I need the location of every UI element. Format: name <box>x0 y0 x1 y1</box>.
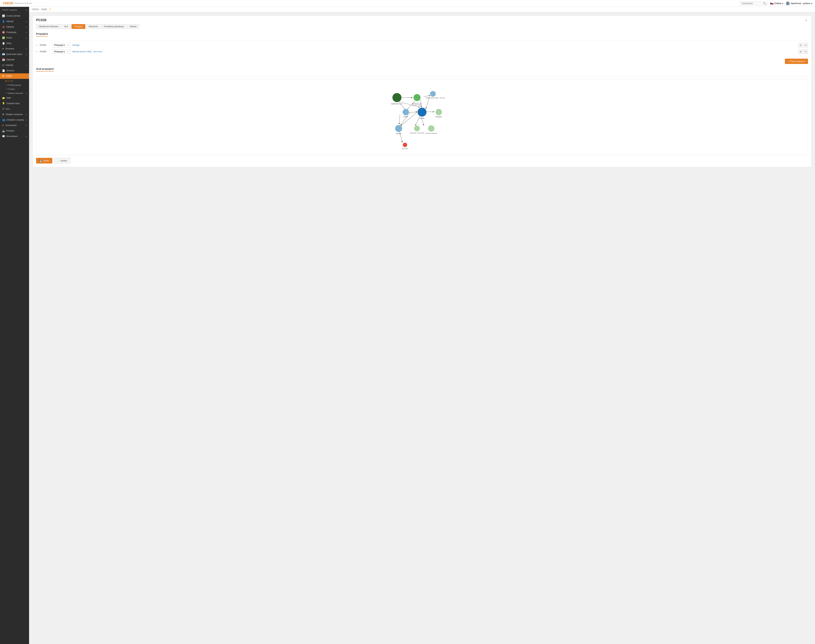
edit-button-1[interactable]: ≡ <box>804 43 808 48</box>
sidebar-item-label: Počítače <box>6 130 14 132</box>
breadcrumb-ci[interactable]: CI <box>49 8 51 11</box>
add-propojeni-button[interactable]: + Přidat přepojení <box>785 59 808 64</box>
section-graf-title: Graf propojení <box>36 67 54 72</box>
node-label-storage: Storage <box>396 133 401 134</box>
row-arrow: » <box>36 51 38 53</box>
logo-sub: Organized work makes profit <box>14 3 32 4</box>
db-icon: 🗄 <box>2 75 5 77</box>
language-selector[interactable]: 🇨🇿 Čeština ▾ <box>770 2 783 5</box>
user-info[interactable]: 👤 Spoločnosť - správce ▾ <box>786 2 812 6</box>
node-label-minolta: Minolta bizhub c3581 - all-in-one <box>426 97 445 99</box>
sidebar-item-label: CMDB <box>6 75 12 77</box>
node-recepcia[interactable] <box>435 109 442 115</box>
sidebar-item-kalendar[interactable]: 📅 Kalendář <box>0 57 29 63</box>
back-button[interactable]: ← Zpátky <box>54 158 71 164</box>
row-link-2[interactable]: Minolta bizhub c3581 - all-in-one <box>72 51 797 53</box>
node-storage[interactable] <box>395 125 402 132</box>
tab-pravidelne[interactable]: Pravidelné požadavky <box>101 24 126 29</box>
sidebar-item-znalostni[interactable]: 💡 Znalostní báze <box>0 101 29 106</box>
node-sla247[interactable] <box>403 143 408 147</box>
sidebar-item-pocitace[interactable]: 💻 Počítače <box>0 128 29 133</box>
delete-button-1[interactable]: ✕ <box>798 43 803 48</box>
sidebar-item-smlouvy[interactable]: 📄 Smlouvy <box>0 68 29 74</box>
sidebar-item-ukoly[interactable]: 📋 Úkoly <box>0 40 29 46</box>
relation-select-2[interactable]: Přistupuje k Je súčasťou Závisí na <box>52 49 70 54</box>
sidebar-item-label: Zakázky <box>6 26 14 28</box>
page-card-body: Propojení » PC035 Přistupuje k Je súčasť… <box>33 29 811 167</box>
language-label: Čeština <box>774 2 781 5</box>
sidebar-toggle[interactable]: « <box>26 9 27 11</box>
node-label-spoloc2: Spoločnosť, s.r.o. <box>412 103 422 104</box>
content-area: CDESK CMDB CI PC035 ✕ Všeobecné informac… <box>29 7 815 644</box>
edit-button-2[interactable]: ≡ <box>804 49 808 54</box>
sidebar-item-dovolene[interactable]: ✈ Dovolené ▸ <box>0 46 29 52</box>
sidebar-item-label: Kalendář <box>6 58 15 61</box>
sidebar-sub-item-volitelne[interactable]: Volitelné vlastnosti ▸ <box>0 91 29 95</box>
node-spoloc2[interactable] <box>413 94 421 101</box>
sidebar-item-nabidky[interactable]: 🏷 Nabídky ▸ <box>0 63 29 68</box>
row-actions-1: ✕ ≡ <box>798 43 808 48</box>
page-card: PC035 ✕ Všeobecné informace SLA Propojen… <box>32 15 812 167</box>
svg-line-4 <box>424 95 430 97</box>
tab-propojeni[interactable]: Propojení <box>72 24 85 29</box>
node-technicka[interactable] <box>428 125 435 132</box>
page-card-header: PC035 ✕ Všeobecné informace SLA Propojen… <box>33 16 811 29</box>
sidebar-item-dms[interactable]: 📁 DMS <box>0 95 29 101</box>
node-pc035[interactable] <box>417 107 427 117</box>
sidebar-sub-item-ci-maing[interactable]: CI Maing groups <box>0 83 29 87</box>
breadcrumb-cmdb[interactable]: CMDB <box>41 8 47 11</box>
top-bar-right: 🔍 🇨🇿 Čeština ▾ 👤 Spoločnosť - správce ▾ <box>740 2 812 6</box>
sidebar-item-zpracovani[interactable]: 📧 Zpracování zpráv ▸ <box>0 52 29 57</box>
sidebar-item-label: SLA <box>6 108 10 110</box>
tab-sla[interactable]: SLA <box>62 24 71 29</box>
search-input[interactable] <box>741 2 762 5</box>
tab-historie[interactable]: Historie <box>127 24 139 29</box>
save-button[interactable]: 💾 Uložit <box>36 158 52 164</box>
sidebar-item-schvalovani[interactable]: ✔ Schvalování ▸ <box>0 123 29 128</box>
node-kancelarie[interactable] <box>414 126 420 132</box>
relation-select-1[interactable]: Přistupuje k Je súčasťou Závisí na <box>52 43 70 48</box>
sidebar-item-uzivatele[interactable]: 👥 Uživatelé a skupiny ▸ <box>0 117 29 123</box>
sidebar-item-sla[interactable]: ⏱ SLA <box>0 106 29 112</box>
sidebar-item-pozadavky[interactable]: 🎯 Požadavky ▸ <box>0 29 29 35</box>
sidebar-item-label: Schvalování <box>6 124 17 127</box>
sidebar-item-adresar[interactable]: 👤 Adresář ▸ <box>0 18 29 24</box>
sidebar-sub-item-ci-types[interactable]: CI Types <box>0 87 29 91</box>
sidebar-item-zakazky[interactable]: 💼 Zakázky ▸ <box>0 24 29 29</box>
sidebar-sub-item-ci-list[interactable]: CI List <box>0 79 29 83</box>
graf-section: Graf propojení <box>36 67 808 155</box>
delete-button-2[interactable]: ✕ <box>798 49 803 54</box>
sidebar-item-komunikace[interactable]: 💬 Komunikace ▸ <box>0 133 29 139</box>
chevron-right-icon: ▸ <box>26 48 27 50</box>
sidebar-item-globalni[interactable]: ⚙ Globální nastavení ▸ <box>0 112 29 117</box>
briefcase-icon: 💼 <box>2 26 5 28</box>
propojeni-row-2: » PC035 Přistupuje k Je súčasťou Závisí … <box>36 49 808 54</box>
sidebar-item-plneni[interactable]: ✅ Plnění ▸ <box>0 35 29 40</box>
app-body: CDESK navigácia « 📊 Úvodní přehled 👤 Adr… <box>0 7 815 644</box>
propojeni-row-1: » PC035 Přistupuje k Je súčasťou Závisí … <box>36 43 808 48</box>
relation-dropdown-2[interactable]: Přistupuje k Je súčasťou Závisí na <box>52 49 70 54</box>
sidebar-item-label: Nabídky <box>6 64 13 66</box>
tab-vseobc[interactable]: Všeobecné informace <box>36 24 61 29</box>
sidebar-item-cmdb[interactable]: 🗄 CMDB ▾ <box>0 74 29 79</box>
sidebar-item-uvodni[interactable]: 📊 Úvodní přehled <box>0 13 29 18</box>
bottom-actions: 💾 Uložit ← Zpátky <box>36 155 808 164</box>
sidebar-item-label: Úkoly <box>6 42 11 44</box>
node-pc007[interactable] <box>403 109 409 115</box>
node-label-recepcia: Recepcia <box>435 116 442 118</box>
chevron-right-icon: ▸ <box>26 54 27 55</box>
logo: CDESK Organized work makes profit <box>3 2 32 5</box>
tab-hierarchie[interactable]: Hierarchie <box>86 24 101 29</box>
approve-icon: ✔ <box>2 124 4 127</box>
logo-text: CDESK <box>3 2 14 5</box>
row-link-1[interactable]: Storage <box>72 44 797 46</box>
close-icon[interactable]: ✕ <box>804 18 808 23</box>
inactive-dot <box>6 93 6 94</box>
search-box[interactable]: 🔍 <box>740 2 768 5</box>
sidebar-item-label: Požadavky <box>6 31 17 34</box>
node-spoloc[interactable] <box>392 93 402 102</box>
svg-line-8 <box>415 116 420 126</box>
relation-dropdown-1[interactable]: Přistupuje k Je súčasťou Závisí na <box>52 43 70 48</box>
node-minolta[interactable] <box>430 91 436 97</box>
breadcrumb-cdesk[interactable]: CDESK <box>32 8 39 11</box>
